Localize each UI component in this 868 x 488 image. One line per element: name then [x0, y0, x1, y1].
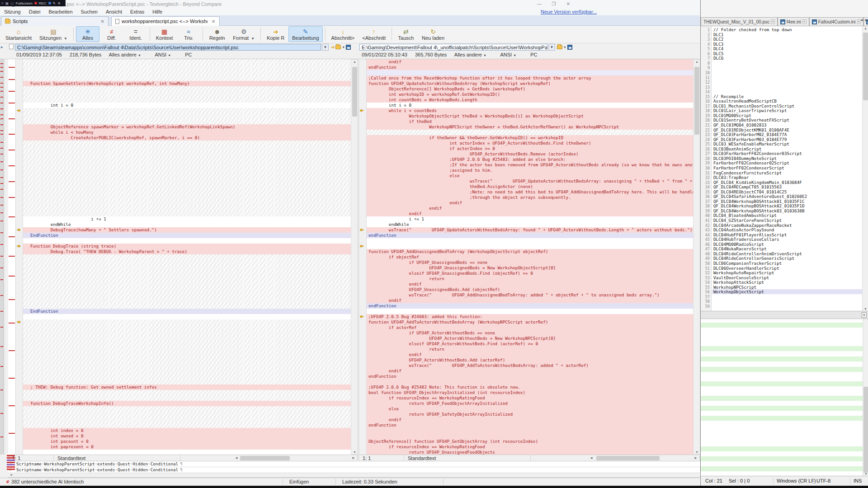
- toolbar-button-kontext[interactable]: ▦Kontext: [152, 26, 176, 42]
- scrollbar-thumb[interactable]: [596, 456, 660, 460]
- bc-titlebar[interactable]: workshopparentscript.psc <--> WorkshopPa…: [0, 0, 700, 9]
- recorder-close-icon[interactable]: ✕: [57, 1, 61, 5]
- left-save-icon[interactable]: [346, 45, 351, 50]
- left-vertical-scrollbar[interactable]: ▲ ▼: [351, 59, 358, 455]
- diff-section-arrow-icon[interactable]: ➜: [17, 227, 20, 233]
- npp-tab-f4ee-ini[interactable]: f4ee.ini×: [778, 17, 809, 26]
- toolbar-button-alles[interactable]: ✳Alles: [76, 26, 99, 42]
- encoding-status[interactable]: UTF-8: [816, 478, 830, 483]
- scroll-up-icon[interactable]: ▲: [863, 27, 868, 30]
- recorder-rec-label[interactable]: REC: [39, 1, 47, 5]
- npp-pane-divider[interactable]: ×: [701, 311, 868, 319]
- diff-section-arrow-icon[interactable]: ➜: [360, 108, 363, 113]
- diff-thumbnail-strip[interactable]: [8, 59, 16, 455]
- scroll-up-icon[interactable]: ▲: [693, 60, 700, 63]
- scrollbar-thumb[interactable]: [863, 33, 868, 100]
- toolbar-button-bearbeitung[interactable]: ✎Bearbeitung: [288, 26, 322, 42]
- scroll-left-icon[interactable]: ◄: [235, 456, 238, 460]
- right-editor-pane[interactable]: endifendFunction;Called once from the Re…: [367, 59, 693, 455]
- menu-item-sitzung[interactable]: Sitzung: [0, 9, 25, 15]
- toolbar-button-ident[interactable]: =Ident.: [124, 26, 147, 42]
- scroll-down-icon[interactable]: ▼: [863, 472, 868, 475]
- toolbar-button-format[interactable]: ⚙Format ▼: [229, 26, 258, 42]
- diff-section-arrow-icon[interactable]: ➜: [17, 319, 20, 325]
- left-browse-folder-icon[interactable]: [335, 45, 341, 49]
- diff-section-arrow-icon[interactable]: ➜: [360, 244, 363, 249]
- right-browse-dropdown-icon[interactable]: ▼: [563, 46, 566, 49]
- menu-item-datei[interactable]: Datei: [25, 9, 45, 15]
- scroll-down-icon[interactable]: ▼: [693, 450, 700, 454]
- detail-line-left[interactable]: ⇐ Scriptname·WorkshopParentScript·extend…: [8, 467, 700, 473]
- recorder-color-icon[interactable]: [48, 2, 51, 5]
- toolbar-button-startansicht[interactable]: ⌂Startansicht: [2, 26, 35, 42]
- detail-horizontal-scrollbar[interactable]: ◄: [8, 473, 700, 478]
- scrollbar-thumb[interactable]: [240, 456, 290, 460]
- update-available-link[interactable]: Neue Version verfügbar...: [541, 9, 597, 14]
- left-open-icon[interactable]: ➜: [330, 44, 335, 50]
- right-path-input[interactable]: E:\Gaming\Development\Fallout 4\_unoffic…: [359, 44, 547, 51]
- toolbar-button-regeln[interactable]: ☻Regeln: [205, 26, 229, 42]
- toolbar-button-diff[interactable]: ≠Diff.: [100, 26, 123, 42]
- left-syntax-label[interactable]: Standardtext: [54, 455, 180, 461]
- minimize-button[interactable]: —: [533, 1, 545, 7]
- left-filter-select[interactable]: Alles andere ▼: [109, 52, 147, 57]
- recorder-grid-icon[interactable]: ▣: [5, 1, 9, 5]
- panel-close-icon[interactable]: ×: [862, 312, 867, 318]
- diff-section-arrow-icon[interactable]: ➜: [17, 108, 20, 113]
- npp-scrollbar-top[interactable]: ▲ ▼: [862, 26, 868, 311]
- scroll-down-icon[interactable]: ▼: [351, 450, 358, 454]
- tab-compare-session[interactable]: workshopparentscript.psc <--> WorkshopPa…: [111, 16, 220, 26]
- recorder-fullscreen-label[interactable]: Fullscreen: [16, 1, 33, 5]
- npp-scrollbar-bottom[interactable]: ▼: [863, 319, 868, 476]
- tab-close-icon[interactable]: ×: [802, 19, 807, 24]
- diff-section-arrow-icon[interactable]: ➜: [17, 244, 20, 249]
- tab-close-icon[interactable]: ×: [771, 19, 775, 24]
- scrollbar-thumb[interactable]: [352, 67, 357, 117]
- left-path-input[interactable]: C:\Gaming\Steam\steamapps\common\Fallout…: [15, 44, 321, 51]
- tab-scroll-arrows[interactable]: ◄ ►: [860, 18, 868, 22]
- menu-item-hilfe[interactable]: Hilfe: [148, 9, 166, 15]
- scroll-down-icon[interactable]: ▼: [863, 307, 868, 310]
- npp-editor[interactable]: 1234567891011121314151617181920212223242…: [701, 26, 868, 311]
- left-editor-pane[interactable]: Function SpawnSettlers(WorkshopScript wo…: [23, 59, 351, 455]
- toolbar-button-tausch[interactable]: ⇄Tausch: [394, 26, 418, 42]
- scrollbar-thumb[interactable]: [863, 387, 868, 473]
- toolbar-button-abschnitt[interactable]: ↑<Abschnitt: [359, 26, 389, 42]
- npp-second-pane[interactable]: ▼: [701, 319, 868, 476]
- left-browse-dropdown-icon[interactable]: ▼: [342, 46, 345, 49]
- right-horizontal-scrollbar[interactable]: ◄ ►: [531, 455, 699, 461]
- toolbar-button-triv[interactable]: ≈Triv.: [177, 26, 200, 42]
- right-encoding-select[interactable]: ANSI ▼: [500, 52, 523, 57]
- diff-section-arrow-icon[interactable]: ➜: [360, 314, 363, 319]
- scroll-right-icon[interactable]: ►: [352, 456, 355, 460]
- right-filter-select[interactable]: Alles andere ▼: [454, 52, 493, 57]
- npp-tab-fallout4custom-ini[interactable]: Fallout4Custom.ini×: [809, 17, 863, 26]
- scroll-up-icon[interactable]: ▲: [351, 60, 358, 63]
- scroll-right-icon[interactable]: ►: [694, 456, 698, 460]
- tab-scripts-session[interactable]: Scripts ✕: [1, 16, 108, 26]
- right-browse-folder-icon[interactable]: [557, 45, 562, 49]
- left-path-dropdown[interactable]: ▼: [322, 44, 329, 51]
- diff-section-arrow-icon[interactable]: ➜: [360, 227, 363, 233]
- right-vertical-scrollbar[interactable]: ▲ ▼: [693, 59, 700, 455]
- menu-item-extras[interactable]: Extras: [126, 9, 148, 15]
- npp-tab-thewquest-misc-v-01-00-psc[interactable]: THEWQuest_Misc_V_01_00.psc×: [701, 17, 778, 26]
- menu-item-suchen[interactable]: Suchen: [77, 9, 102, 15]
- left-pane-box-icon[interactable]: [9, 44, 14, 49]
- tab-close-icon[interactable]: ✕: [101, 19, 104, 24]
- toolbar-button-sitzungen[interactable]: ▤Sitzungen ▼: [36, 26, 71, 42]
- close-button[interactable]: ✕: [562, 1, 574, 7]
- menu-item-ansicht[interactable]: Ansicht: [102, 9, 126, 15]
- toolbar-button-kopier[interactable]: ➜Kopie R: [263, 26, 288, 42]
- left-encoding-select[interactable]: ANSI ▼: [155, 52, 177, 57]
- right-save-icon[interactable]: [567, 45, 572, 50]
- recorder-menu-icon[interactable]: ≡: [1, 1, 4, 5]
- right-path-dropdown[interactable]: ▼: [548, 44, 555, 51]
- diff-overview-strip[interactable]: [0, 59, 4, 455]
- scrollbar-thumb[interactable]: [694, 67, 699, 135]
- detail-line-right[interactable]: ⇒ Scriptname·WorkshopParentScript·extend…: [8, 461, 700, 467]
- tab-close-icon[interactable]: ✕: [212, 19, 215, 24]
- maximize-button[interactable]: ❐: [548, 1, 560, 7]
- toolbar-button-neuladen[interactable]: ↻Neu laden: [418, 26, 448, 42]
- recorder-window-icon[interactable]: ▭: [10, 1, 14, 5]
